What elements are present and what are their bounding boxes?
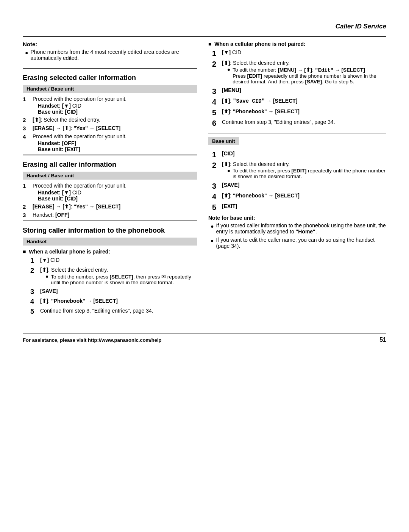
erasing-selected-steps: 1 Proceed with the operation for your un… — [23, 96, 197, 152]
not-paired-header: ■ When a cellular phone is not paired: — [208, 41, 386, 47]
erasing-all-title: Erasing all caller information — [23, 161, 197, 169]
erasing-selected-subsection-bar: Handset / Base unit — [23, 85, 197, 93]
erasing-all-subsection-bar: Handset / Base unit — [23, 172, 197, 180]
erasing-selected-step-3: 3 [ERASE] → [⬆]: "Yes" → [SELECT] — [23, 125, 197, 131]
erasing-selected-step-2-text: [⬆]: Select the desired entry. — [33, 117, 100, 123]
base-step-1: 1 [CID] — [212, 150, 386, 159]
erasing-selected-title: Erasing selected caller information — [23, 74, 197, 82]
note-box: Note: ● Phone numbers from the 4 most re… — [23, 41, 197, 61]
erasing-selected-step-4-sub-1: Handset: [OFF] — [38, 140, 197, 146]
right-rule-1 — [208, 133, 386, 133]
erasing-selected-step-3-text: [ERASE] → [⬆]: "Yes" → [SELECT] — [33, 125, 120, 131]
note-label: Note: — [23, 41, 197, 47]
not-paired-step-6: 6 Continue from step 3, "Editing entries… — [212, 119, 386, 128]
not-paired-step-4: 4 [⬆]: "Save CID" → [SELECT] — [212, 98, 386, 106]
erasing-selected-step-1-text: Proceed with the operation for your unit… — [33, 96, 126, 102]
base-step-5: 5 [EXIT] — [212, 203, 386, 212]
section-rule-3 — [23, 221, 197, 221]
erasing-all-steps: 1 Proceed with the operation for your un… — [23, 183, 197, 218]
paired-step-3: 3 [SAVE] — [30, 288, 197, 296]
section-rule-1 — [23, 68, 197, 69]
note-for-base-1: ● If you stored caller information to th… — [211, 222, 386, 235]
erasing-all-step-2: 2 [ERASE] → [⬆]: "Yes" → [SELECT] — [23, 203, 197, 210]
footer-text: For assistance, please visit http://www.… — [23, 337, 162, 343]
paired-step-2: 2 [⬆]: Select the desired entry. ● To ed… — [30, 267, 197, 286]
not-paired-step-2: 2 [⬆]: Select the desired entry. ● To ed… — [212, 60, 386, 85]
page-number: 51 — [379, 336, 386, 343]
page-title: Caller ID Service — [23, 23, 386, 33]
erasing-selected-step-1-sub-1: Handset: [▼] CID — [38, 103, 197, 109]
erasing-selected-section: Erasing selected caller information Hand… — [23, 74, 197, 152]
paired-step-4: 4 [⬆]: "Phonebook" → [SELECT] — [30, 298, 197, 306]
right-column: ■ When a cellular phone is not paired: 1… — [208, 41, 386, 318]
paired-step-1: 1 [▼] CID — [30, 257, 197, 265]
note-text-1: Phone numbers from the 4 most recently e… — [30, 49, 197, 61]
erasing-selected-step-1: 1 Proceed with the operation for your un… — [23, 96, 197, 115]
erasing-selected-step-4-sub-2: Base unit: [EXIT] — [38, 146, 197, 152]
erasing-selected-step-2: 2 [⬆]: Select the desired entry. — [23, 117, 197, 123]
storing-title: Storing caller information to the phoneb… — [23, 227, 197, 235]
bullet-icon: ● — [25, 50, 28, 56]
not-paired-step-5: 5 [⬆]: "Phonebook" → [SELECT] — [212, 108, 386, 117]
note-item-1: ● Phone numbers from the 4 most recently… — [25, 49, 197, 61]
footer-rule — [23, 333, 386, 333]
note-for-base-2: ● If you want to edit the caller name, y… — [211, 237, 386, 249]
not-paired-step-3: 3 [MENU] — [212, 87, 386, 96]
footer-bar: For assistance, please visit http://www.… — [23, 336, 386, 343]
erasing-selected-step-4: 4 Proceed with the operation for your un… — [23, 133, 197, 152]
not-paired-step-1: 1 [▼] CID — [212, 49, 386, 58]
top-rule — [23, 36, 386, 37]
section-rule-2 — [23, 155, 197, 155]
erasing-all-section: Erasing all caller information Handset /… — [23, 161, 197, 218]
base-step-3: 3 [SAVE] — [212, 182, 386, 191]
base-step-4: 4 [⬆]: "Phonebook" → [SELECT] — [212, 192, 386, 201]
erasing-selected-step-1-sub-2: Base unit: [CID] — [38, 109, 197, 115]
base-steps: 1 [CID] 2 [⬆]: Select the desired entry.… — [212, 150, 386, 212]
note-for-base-label: Note for base unit: — [208, 215, 386, 221]
base-step-2: 2 [⬆]: Select the desired entry. ● To ed… — [212, 161, 386, 180]
not-paired-steps: 1 [▼] CID 2 [⬆]: Select the desired entr… — [212, 49, 386, 128]
erasing-all-step-1: 1 Proceed with the operation for your un… — [23, 183, 197, 202]
storing-section: Storing caller information to the phoneb… — [23, 227, 197, 316]
base-unit-bar: Base unit — [208, 137, 239, 145]
storing-subsection-bar: Handset — [23, 238, 197, 246]
paired-steps: 1 [▼] CID 2 [⬆]: Select the desired entr… — [30, 257, 197, 316]
page: Caller ID Service Note: ● Phone numbers … — [0, 0, 409, 532]
two-col-layout: Note: ● Phone numbers from the 4 most re… — [23, 41, 386, 318]
paired-header: ■ When a cellular phone is paired: — [23, 249, 197, 255]
paired-step-5: 5 Continue from step 3, "Editing entries… — [30, 308, 197, 316]
left-column: Note: ● Phone numbers from the 4 most re… — [23, 41, 197, 318]
erasing-all-step-3: 3 Handset: [OFF] — [23, 212, 197, 218]
erasing-selected-step-4-text: Proceed with the operation for your unit… — [33, 133, 126, 139]
